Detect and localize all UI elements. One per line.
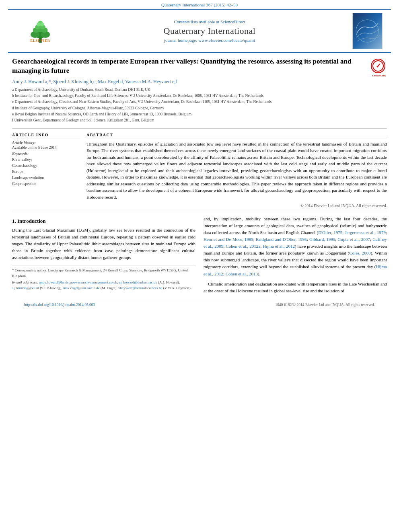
affiliation-b: b Institute for Geo- and Bioarchaeology,… <box>12 93 367 99</box>
content-divider <box>12 212 387 212</box>
introduction-title: 1. Introduction <box>12 218 195 224</box>
page-footer: http://dx.doi.org/10.1016/j.quaint.2014.… <box>24 301 375 307</box>
article-title-section: Geoarchaeological records in temperate E… <box>12 57 387 129</box>
article-authors: Andy J. Howard a,*, Sjoerd J. Kluiving b… <box>12 79 367 85</box>
crossmark-label: CrossMark <box>371 74 387 77</box>
affiliation-e: e Royal Belgian Institute of Natural Sci… <box>12 112 367 117</box>
article-info-header: ARTICLE INFO <box>12 133 80 138</box>
gibbard-ref[interactable]: Gibbard, 1995 <box>309 237 335 242</box>
journal-ref-text: Quaternary International 367 (2015) 42–5… <box>161 2 238 7</box>
coles-2000-ref[interactable]: Coles, 2000 <box>349 251 371 255</box>
authors-text: Andy J. Howard a,*, Sjoerd J. Kluiving b… <box>12 79 177 84</box>
svg-point-12 <box>40 23 44 26</box>
article-history-label: Article history: <box>12 141 80 145</box>
hijma-2012-ref[interactable]: Hijma et al., 2012 <box>263 244 295 249</box>
intro-left-body: During the Last Glacial Maximum (LGM), g… <box>12 227 195 261</box>
abstract-text: Throughout the Quaternary, episodes of g… <box>86 141 387 201</box>
affiliation-c: c Department of Archaeology, Classics an… <box>12 99 367 105</box>
affiliation-f: f Universiteit Gent, Department of Geolo… <box>12 118 367 123</box>
journal-cover-area <box>352 13 385 49</box>
keywords-list: River valleys Geoarchaeology Europe Land… <box>12 157 80 187</box>
footnote-area: * Corresponding author. Landscape Resear… <box>12 265 195 291</box>
affiliation-a: a Department of Archaeology, University … <box>12 87 367 92</box>
affiliation-d: d Institute of Geography, University of … <box>12 106 367 111</box>
intro-right-para1: and, by implication, mobility between th… <box>204 216 387 277</box>
keyword-4: Geoprospection <box>12 181 80 187</box>
homepage-prefix: journal homepage: <box>164 38 198 43</box>
svg-point-11 <box>37 23 40 26</box>
bridgland-ref[interactable]: Bridgland and D'Olier, 1995 <box>256 237 307 242</box>
article-available-date: Available online 5 June 2014 <box>12 146 80 150</box>
gupta-ref[interactable]: Gupta et al., 2007 <box>338 237 370 242</box>
svg-text:✓: ✓ <box>376 62 381 69</box>
section-number: 1. <box>12 218 16 224</box>
cohen-2012a-ref[interactable]: Cohen et al., 2012a <box>226 244 260 249</box>
page-wrapper: Quaternary International 367 (2015) 42–5… <box>0 0 399 532</box>
keyword-1: Geoarchaeology <box>12 163 80 169</box>
email-heyvaert-link[interactable]: vheyvaert@naturalsciences.be <box>118 286 162 290</box>
abstract-header: ABSTRACT <box>86 133 387 138</box>
dolier-1975-ref[interactable]: D'Olier, 1975 <box>318 230 342 235</box>
crossmark-area: ✓ CrossMark <box>371 59 387 77</box>
top-ref-bar: Quaternary International 367 (2015) 42–5… <box>0 0 399 9</box>
email-kluiving-link[interactable]: s.j.kluiving@vu.nl <box>12 286 39 290</box>
email-engel-link[interactable]: max.engel@uni-koeln.de <box>63 286 100 290</box>
henriet-ref[interactable]: Henriet and De Moor, 1989 <box>204 237 253 242</box>
email-howard-link[interactable]: andy.howard@landscape-research-managemen… <box>39 280 117 284</box>
jergersmsa-1979-ref[interactable]: Jergersmsa et al., 1979 <box>345 230 386 235</box>
doi-link[interactable]: http://dx.doi.org/10.1016/j.quaint.2014.… <box>24 303 95 307</box>
copyright-line: © 2014 Elsevier Ltd and INQUA. All right… <box>86 203 387 208</box>
email-note-text: E-mail addresses: <box>12 280 39 284</box>
section-name: Introduction <box>17 218 46 224</box>
svg-text:ELSEVIER: ELSEVIER <box>30 39 50 43</box>
article-content: Geoarchaeological records in temperate E… <box>0 53 399 311</box>
main-col-left: 1. Introduction During the Last Glacial … <box>12 216 195 298</box>
article-body: ARTICLE INFO Article history: Available … <box>12 133 387 208</box>
article-title: Geoarchaeological records in temperate E… <box>12 57 367 76</box>
email-howard2-link[interactable]: a.j.howard@durham.ac.uk <box>119 280 157 284</box>
crossmark-icon: ✓ <box>372 60 384 72</box>
article-title-text: Geoarchaeological records in temperate E… <box>12 57 367 124</box>
sciencedirect-name: ScienceDirect <box>220 19 245 24</box>
footer-issn: 1040-6182/© 2014 Elsevier Ltd and INQUA.… <box>275 303 375 307</box>
cohen-2013-ref[interactable]: Cohen et al., 2013 <box>226 271 258 276</box>
keyword-0: River valleys <box>12 157 80 163</box>
main-article-cols: 1. Introduction During the Last Glacial … <box>12 216 387 298</box>
journal-name: Quaternary International <box>71 26 348 36</box>
intro-right-body: and, by implication, mobility between th… <box>204 216 387 294</box>
journal-logo-area: ELSEVIER <box>14 19 67 43</box>
journal-homepage: journal homepage: www.elsevier.com/locat… <box>71 38 348 43</box>
homepage-url[interactable]: www.elsevier.com/locate/quaint <box>198 38 255 43</box>
elsevier-logo: ELSEVIER <box>14 19 67 43</box>
keywords-label: Keywords: <box>12 152 80 156</box>
affiliations: a Department of Archaeology, University … <box>12 87 367 123</box>
corresponding-note: * Corresponding author. Landscape Resear… <box>12 268 195 279</box>
article-info-col: ARTICLE INFO Article history: Available … <box>12 133 80 208</box>
intro-right-para2: Climatic amelioration and deglaciation a… <box>204 281 387 294</box>
elsevier-tree-icon: ELSEVIER <box>23 19 59 43</box>
journal-header: ELSEVIER Contents lists available at Sci… <box>8 9 391 53</box>
intro-left-para1: During the Last Glacial Maximum (LGM), g… <box>12 227 195 261</box>
journal-cover-image <box>352 13 383 49</box>
email-note: E-mail addresses: andy.howard@landscape-… <box>12 280 195 291</box>
sciencedirect-link[interactable]: Contents lists available at ScienceDirec… <box>71 19 348 24</box>
keyword-2: Europe <box>12 169 80 175</box>
main-col-right: and, by implication, mobility between th… <box>204 216 387 298</box>
svg-rect-14 <box>353 13 382 49</box>
sciencedirect-prefix: Contents lists available at <box>174 19 219 24</box>
keyword-3: Landscape evolution <box>12 175 80 181</box>
crossmark-badge: ✓ <box>371 59 385 73</box>
journal-header-center: Contents lists available at ScienceDirec… <box>67 19 352 43</box>
article-abstract-col: ABSTRACT Throughout the Quaternary, epis… <box>86 133 387 208</box>
